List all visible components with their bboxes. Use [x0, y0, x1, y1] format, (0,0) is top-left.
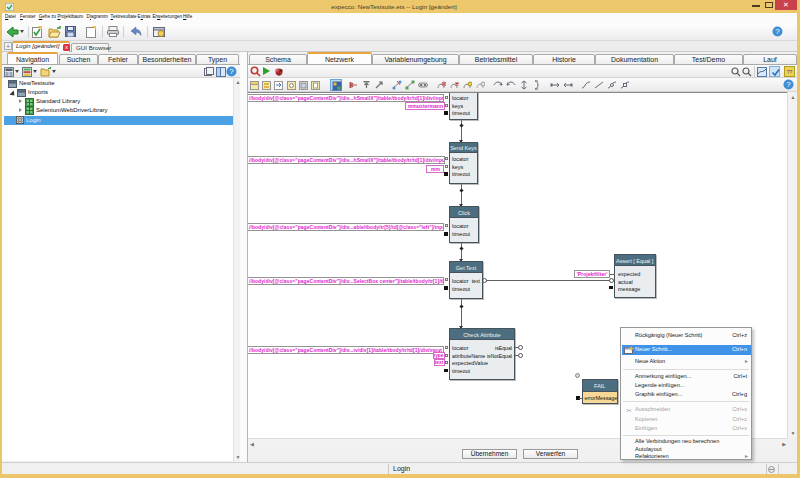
svg-text:?: ? — [775, 27, 780, 36]
svg-text:?: ? — [786, 80, 791, 89]
svg-text:?: ? — [229, 67, 234, 76]
